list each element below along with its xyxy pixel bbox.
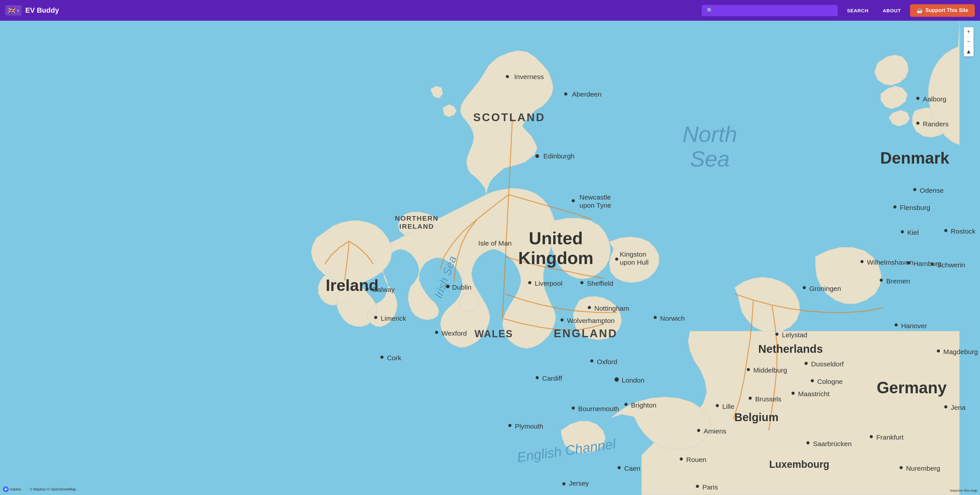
svg-point-23 xyxy=(380,356,384,359)
header: 🇬🇧 ▾ EV Buddy 🔍 SEARCH ABOUT ☕ Support T… xyxy=(0,0,980,21)
svg-point-43 xyxy=(901,230,904,233)
coffee-icon: ☕ xyxy=(916,8,923,14)
svg-point-25 xyxy=(562,482,565,485)
svg-point-18 xyxy=(572,406,575,410)
nav-search-button[interactable]: SEARCH xyxy=(842,5,873,16)
svg-point-17 xyxy=(625,403,628,406)
svg-point-20 xyxy=(446,284,450,288)
map-svg: North Sea Irish Sea English Channel SCOT… xyxy=(0,21,980,495)
chevron-down-icon: ▾ xyxy=(17,9,19,12)
svg-text:mapbox: mapbox xyxy=(10,487,21,491)
svg-point-36 xyxy=(811,379,814,382)
search-bar: 🔍 xyxy=(702,5,838,16)
svg-point-45 xyxy=(916,97,920,100)
svg-point-12 xyxy=(654,316,657,319)
mapbox-logo: mapbox xyxy=(3,486,29,492)
svg-point-21 xyxy=(366,287,369,290)
svg-point-22 xyxy=(374,316,377,319)
svg-point-27 xyxy=(679,457,683,461)
svg-point-19 xyxy=(509,424,512,427)
improve-map-link[interactable]: Improve this map xyxy=(950,489,977,492)
svg-point-38 xyxy=(861,260,864,263)
svg-point-28 xyxy=(697,429,700,432)
attribution-text: © Mapbox © OpenStreetMap xyxy=(30,487,76,491)
svg-point-33 xyxy=(803,286,806,289)
svg-point-32 xyxy=(775,333,779,336)
svg-point-48 xyxy=(870,435,873,438)
svg-point-15 xyxy=(590,359,593,362)
compass-button[interactable]: ▲ xyxy=(964,47,974,56)
svg-point-29 xyxy=(716,404,719,407)
zoom-out-button[interactable]: − xyxy=(964,37,974,47)
flag-icon: 🇬🇧 xyxy=(8,6,16,14)
svg-point-7 xyxy=(615,257,618,261)
svg-point-11 xyxy=(588,306,591,309)
support-button[interactable]: ☕ Support This Site xyxy=(910,4,975,17)
search-input[interactable] xyxy=(716,8,832,13)
svg-point-47 xyxy=(913,188,916,191)
svg-point-9 xyxy=(528,281,531,284)
svg-point-16 xyxy=(614,378,619,382)
svg-point-42 xyxy=(894,205,897,209)
svg-point-13 xyxy=(560,319,563,322)
svg-point-37 xyxy=(805,362,808,365)
svg-point-39 xyxy=(880,279,883,282)
nav-about-button[interactable]: ABOUT xyxy=(878,5,906,16)
zoom-in-button[interactable]: + xyxy=(964,27,974,37)
svg-point-40 xyxy=(907,262,910,265)
zoom-controls: + − ▲ xyxy=(964,27,974,56)
svg-point-10 xyxy=(581,281,584,284)
svg-point-24 xyxy=(435,331,438,334)
map-container[interactable]: North Sea Irish Sea English Channel SCOT… xyxy=(0,21,980,495)
svg-point-41 xyxy=(894,323,898,327)
svg-point-31 xyxy=(747,368,750,371)
svg-point-46 xyxy=(916,122,920,125)
app-title: EV Buddy xyxy=(25,6,59,14)
svg-point-53 xyxy=(944,229,948,232)
svg-point-49 xyxy=(900,466,903,470)
svg-point-26 xyxy=(618,466,621,470)
svg-point-35 xyxy=(749,397,752,400)
inverness-dot xyxy=(506,75,509,78)
language-selector[interactable]: 🇬🇧 ▾ xyxy=(5,5,21,16)
svg-point-52 xyxy=(944,405,948,408)
search-icon: 🔍 xyxy=(707,8,713,14)
support-label: Support This Site xyxy=(926,8,968,13)
svg-point-51 xyxy=(937,349,940,353)
svg-point-14 xyxy=(536,376,539,379)
svg-point-50 xyxy=(806,441,810,444)
svg-point-3 xyxy=(564,92,568,95)
svg-point-5 xyxy=(572,199,575,203)
svg-point-34 xyxy=(791,392,795,395)
attribution: mapbox © Mapbox © OpenStreetMap xyxy=(3,486,76,492)
svg-point-4 xyxy=(535,154,539,158)
svg-point-30 xyxy=(696,485,699,488)
svg-point-44 xyxy=(931,262,934,266)
